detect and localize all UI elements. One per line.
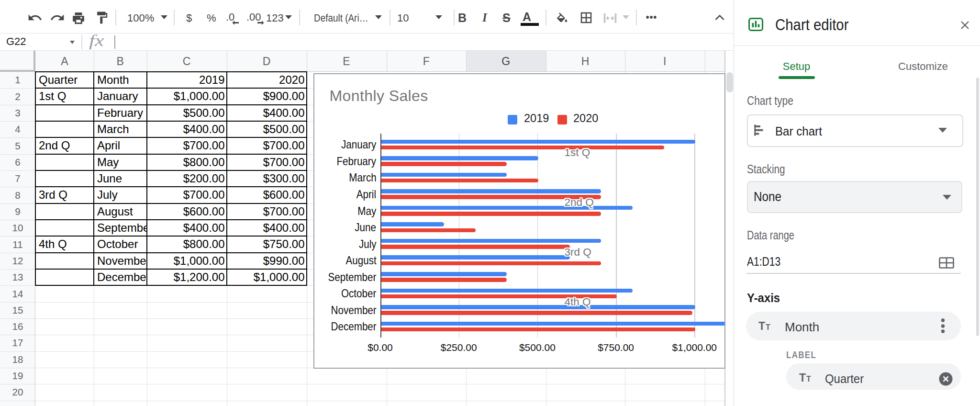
svg-text:T: T bbox=[806, 375, 811, 383]
svg-text:T: T bbox=[758, 320, 765, 332]
svg-text:T: T bbox=[799, 372, 806, 383]
svg-text:T: T bbox=[766, 323, 770, 331]
